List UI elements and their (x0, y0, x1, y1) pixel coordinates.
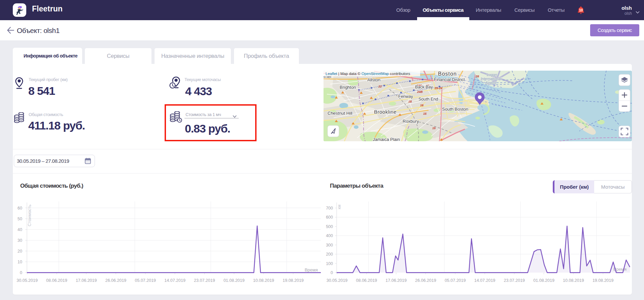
svg-text:14.07.2019: 14.07.2019 (474, 278, 496, 283)
svg-text:23.07.2019: 23.07.2019 (194, 278, 215, 283)
svg-text:International: International (481, 77, 501, 81)
svg-text:Boston: Boston (438, 71, 457, 77)
svg-text:600: 600 (326, 215, 333, 220)
svg-text:20: 20 (18, 249, 22, 254)
svg-text:22: 22 (378, 85, 382, 88)
svg-text:14.07.2019: 14.07.2019 (164, 278, 185, 283)
svg-text:400: 400 (326, 233, 333, 238)
svg-text:26.06.2019: 26.06.2019 (105, 278, 127, 283)
svg-text:60: 60 (18, 206, 22, 211)
svg-text:15: 15 (432, 126, 436, 130)
svg-text:Jamaica Plain: Jamaica Plain (373, 137, 400, 141)
svg-text:40: 40 (18, 227, 22, 232)
svg-text:08.06.2019: 08.06.2019 (46, 278, 67, 283)
svg-text:17.06.2019: 17.06.2019 (76, 278, 97, 283)
svg-text:300: 300 (326, 243, 333, 248)
svg-text:05.07.2019: 05.07.2019 (445, 278, 466, 283)
svg-text:10.08.2019: 10.08.2019 (253, 278, 274, 283)
svg-text:10.08.2019: 10.08.2019 (563, 278, 584, 283)
svg-text:км: км (337, 205, 342, 210)
svg-text:500: 500 (326, 224, 333, 229)
svg-text:10: 10 (579, 8, 583, 12)
svg-text:26: 26 (475, 75, 479, 78)
svg-text:Logan: Logan (487, 73, 497, 77)
svg-text:23.07.2019: 23.07.2019 (504, 278, 525, 283)
svg-text:100: 100 (326, 261, 333, 266)
svg-text:16: 16 (420, 104, 424, 107)
svg-text:19.08.2019: 19.08.2019 (283, 278, 304, 283)
svg-text:50: 50 (18, 217, 22, 221)
svg-text:Brighton: Brighton (340, 85, 356, 90)
svg-text:200: 200 (326, 252, 333, 257)
svg-text:Airport: Airport (485, 81, 497, 85)
svg-text:Brookline: Brookline (374, 109, 397, 115)
svg-text:Chestnut Hill: Chestnut Hill (328, 111, 352, 116)
svg-text:Fenway: Fenway (398, 94, 413, 99)
svg-text:700: 700 (326, 206, 333, 211)
svg-text:15: 15 (423, 112, 427, 115)
svg-text:17.06.2019: 17.06.2019 (385, 278, 407, 283)
svg-text:Financial District: Financial District (434, 77, 465, 82)
svg-text:South Boston: South Boston (442, 107, 468, 112)
svg-text:08.06.2019: 08.06.2019 (356, 278, 377, 283)
svg-text:Стоимость: Стоимость (27, 204, 32, 226)
svg-text:30: 30 (18, 238, 22, 243)
svg-text:30.05.2019: 30.05.2019 (327, 278, 348, 283)
svg-text:0: 0 (20, 270, 22, 275)
svg-text:25-24: 25-24 (434, 86, 442, 90)
svg-text:Roxbury: Roxbury (403, 119, 419, 124)
svg-text:26.06.2019: 26.06.2019 (415, 278, 436, 283)
svg-text:30.05.2019: 30.05.2019 (16, 278, 38, 283)
svg-text:0: 0 (331, 270, 333, 275)
svg-text:01.08.2019: 01.08.2019 (224, 278, 245, 283)
svg-text:19.08.2019: 19.08.2019 (592, 278, 614, 283)
svg-text:Время: Время (305, 267, 318, 272)
svg-text:18: 18 (408, 100, 412, 103)
svg-text:Allston: Allston (367, 77, 380, 82)
svg-text:01.08.2019: 01.08.2019 (533, 278, 554, 283)
svg-text:Leaflet | Map data © OpenStree: Leaflet | Map data © OpenStreetMap contr… (326, 72, 410, 76)
svg-text:10: 10 (18, 260, 22, 264)
svg-text:South End: South End (418, 97, 438, 102)
svg-text:24B: 24B (417, 90, 423, 93)
svg-text:05.07.2019: 05.07.2019 (135, 278, 156, 283)
svg-text:Back Bay: Back Bay (415, 85, 433, 89)
